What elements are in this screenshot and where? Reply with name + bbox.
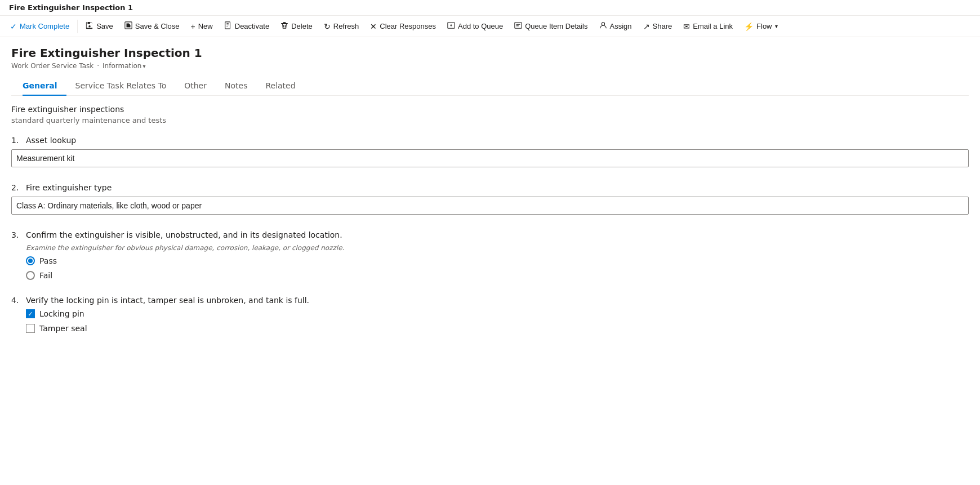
title-bar-text: Fire Extinguisher Inspection 1 [9, 3, 133, 12]
deactivate-button[interactable]: Deactivate [219, 18, 275, 34]
section-title: Fire extinguisher inspections [11, 105, 969, 114]
question-3-label: 3. Confirm the extinguisher is visible, … [11, 230, 969, 239]
add-to-queue-button[interactable]: Add to Queue [442, 18, 509, 34]
share-icon: ↗ [643, 22, 650, 31]
radio-pass[interactable]: Pass [26, 256, 969, 265]
delete-icon [280, 21, 288, 31]
deactivate-icon [224, 21, 232, 31]
title-bar: Fire Extinguisher Inspection 1 [0, 0, 980, 16]
question-3-hint: Examine the extinguisher for obvious phy… [26, 244, 969, 252]
flow-button[interactable]: ⚡ Flow ▾ [738, 19, 783, 34]
question-1-number: 1. [11, 136, 23, 145]
question-2-label: 2. Fire extinguisher type [11, 183, 969, 192]
checkbox-locking-pin-input[interactable] [26, 309, 35, 318]
delete-button[interactable]: Delete [275, 18, 318, 34]
divider [77, 20, 78, 33]
checkbox-tamper-seal[interactable]: Tamper seal [26, 324, 969, 333]
question-4-label: 4. Verify the locking pin is intact, tam… [11, 296, 969, 305]
info-link[interactable]: Information ▾ [103, 62, 146, 70]
flow-icon: ⚡ [744, 22, 754, 31]
assign-button[interactable]: Assign [594, 18, 638, 34]
email-link-button[interactable]: ✉ Email a Link [678, 19, 738, 34]
question-3-radio-group: Pass Fail [26, 256, 969, 280]
question-2: 2. Fire extinguisher type [11, 183, 969, 215]
checkbox-locking-pin[interactable]: Locking pin [26, 309, 969, 318]
checkbox-locking-pin-label: Locking pin [39, 309, 84, 318]
chevron-down-icon: ▾ [775, 23, 778, 29]
info-chevron-icon: ▾ [142, 63, 145, 69]
svg-rect-1 [225, 22, 230, 29]
checkbox-tamper-seal-label: Tamper seal [39, 324, 87, 333]
question-1-input[interactable] [11, 149, 969, 167]
radio-fail[interactable]: Fail [26, 271, 969, 280]
save-close-button[interactable]: Save & Close [119, 18, 185, 34]
radio-fail-input[interactable] [26, 271, 35, 280]
question-4-text: Verify the locking pin is intact, tamper… [26, 296, 969, 305]
tab-service-task-relates-to[interactable]: Service Task Relates To [66, 77, 176, 96]
tab-related[interactable]: Related [256, 77, 304, 96]
queue-item-details-button[interactable]: Queue Item Details [509, 18, 593, 34]
checkmark-icon: ✓ [10, 22, 17, 31]
email-icon: ✉ [683, 22, 690, 31]
plus-icon: + [191, 22, 195, 31]
question-3: 3. Confirm the extinguisher is visible, … [11, 230, 969, 280]
refresh-icon: ↻ [324, 22, 331, 31]
question-2-text: Fire extinguisher type [26, 183, 969, 192]
mark-complete-button[interactable]: ✓ Mark Complete [5, 19, 75, 34]
question-1-text: Asset lookup [26, 136, 969, 145]
question-4: 4. Verify the locking pin is intact, tam… [11, 296, 969, 333]
radio-fail-label: Fail [39, 271, 52, 280]
question-2-number: 2. [11, 183, 23, 192]
clear-responses-button[interactable]: ✕ Clear Responses [364, 19, 442, 34]
section-subtitle: standard quarterly maintenance and tests [11, 116, 969, 124]
record-title: Fire Extinguisher Inspection 1 [11, 46, 969, 60]
assign-icon [599, 21, 607, 31]
share-button[interactable]: ↗ Share [638, 19, 678, 34]
save-close-icon [124, 21, 132, 31]
command-bar: ✓ Mark Complete Save Save & Close + New … [0, 16, 980, 37]
question-1-label: 1. Asset lookup [11, 136, 969, 145]
save-button[interactable]: Save [80, 18, 119, 34]
radio-pass-input[interactable] [26, 256, 35, 265]
new-button[interactable]: + New [185, 19, 219, 34]
tab-general[interactable]: General [23, 77, 66, 96]
checkbox-tamper-seal-input[interactable] [26, 324, 35, 333]
queue-details-icon [514, 21, 522, 31]
queue-icon [447, 21, 455, 31]
tab-notes[interactable]: Notes [216, 77, 256, 96]
svg-rect-3 [515, 23, 522, 29]
question-1: 1. Asset lookup [11, 136, 969, 167]
clear-icon: ✕ [370, 22, 377, 31]
save-icon [86, 21, 93, 31]
question-4-checkbox-group: Locking pin Tamper seal [26, 309, 969, 333]
record-type-label: Work Order Service Task [11, 62, 93, 70]
record-subtitle: Work Order Service Task · Information ▾ [11, 62, 969, 70]
question-3-number: 3. [11, 230, 23, 239]
subtitle-dot: · [97, 62, 99, 70]
svg-point-4 [602, 23, 604, 25]
refresh-button[interactable]: ↻ Refresh [318, 19, 365, 34]
record-header: Fire Extinguisher Inspection 1 Work Orde… [0, 37, 980, 96]
question-3-text: Confirm the extinguisher is visible, uno… [26, 230, 969, 239]
main-content: Fire extinguisher inspections standard q… [0, 96, 980, 360]
question-4-number: 4. [11, 296, 23, 305]
tabs-bar: General Service Task Relates To Other No… [11, 77, 969, 96]
tab-other[interactable]: Other [175, 77, 216, 96]
radio-pass-label: Pass [39, 256, 57, 265]
question-2-input[interactable] [11, 197, 969, 215]
